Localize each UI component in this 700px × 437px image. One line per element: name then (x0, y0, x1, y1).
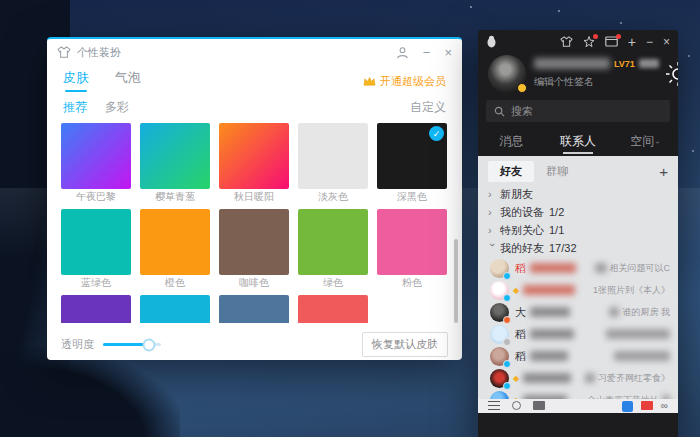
swatch-label: 午夜巴黎 (61, 189, 131, 205)
skin-swatch-selected[interactable]: ✓ 深黑色 (377, 123, 447, 209)
contact-list-panel: 好友 群聊 + › 新朋友 › 我的设备1/2 › 特别关心1/1 › 我的好友… (478, 156, 678, 413)
edit-signature[interactable]: 编辑个性签名 (534, 75, 659, 89)
qq-profile-area[interactable]: LV71 编辑个性签名 (478, 50, 678, 97)
subtab-friends[interactable]: 好友 (488, 161, 534, 182)
notification-dot (593, 34, 598, 39)
skin-swatch[interactable]: 粉色 (377, 209, 447, 295)
folder-icon[interactable] (533, 401, 545, 410)
skin-swatch[interactable]: 秋日暖阳 (219, 123, 289, 209)
weiyun-app-icon[interactable] (641, 401, 653, 410)
name-redacted (523, 285, 575, 295)
infinity-app-icon[interactable]: ∞ (661, 401, 668, 411)
dialog-titlebar[interactable]: 个性装扮 − × (47, 39, 462, 63)
tab-bubble[interactable]: 气泡 (115, 69, 141, 95)
contact-signature: 习爱齐网红零食》 (585, 372, 670, 385)
personalization-dialog: 个性装扮 − × 皮肤 气泡 开通超级会员 推荐 多彩 (47, 37, 462, 360)
close-button[interactable]: × (663, 35, 670, 49)
activity-icon[interactable] (583, 36, 595, 48)
svip-badge (517, 83, 527, 93)
contact-row[interactable]: 稻 (478, 323, 678, 345)
name-redacted (530, 307, 570, 317)
opacity-slider[interactable] (103, 343, 161, 346)
search-input[interactable]: 搜索 (486, 100, 670, 122)
qq-titlebar[interactable]: + − × (478, 30, 678, 50)
status-dot (503, 294, 511, 302)
group-special-care[interactable]: › 特别关心1/1 (478, 221, 678, 239)
group-my-friends[interactable]: › 我的好友17/32 (478, 239, 678, 257)
slider-handle[interactable] (143, 338, 156, 351)
name-redacted (530, 329, 574, 339)
contact-row[interactable]: 稻 (478, 345, 678, 367)
add-friend-button[interactable]: + (659, 164, 668, 179)
chevron-right-icon: › (488, 224, 500, 236)
skin-swatch[interactable] (61, 295, 131, 323)
contact-name: 稻 (515, 349, 526, 364)
user-avatar[interactable] (488, 55, 526, 93)
name-redacted (530, 351, 568, 361)
search-icon (494, 106, 505, 117)
contact-row[interactable]: ◆ 习爱齐网红零食》 (478, 367, 678, 389)
scrollbar[interactable] (454, 239, 458, 323)
star (470, 6, 472, 8)
contact-row[interactable]: 大 谁的厨房 我 (478, 301, 678, 323)
qq-bottom-toolbar: ∞ (478, 399, 678, 413)
name-redacted (530, 263, 576, 273)
subtab-recommend[interactable]: 推荐 (63, 99, 87, 116)
group-new-friends[interactable]: › 新朋友 (478, 185, 678, 203)
dressup-icon[interactable] (560, 36, 573, 47)
skin-swatch[interactable]: 蓝绿色 (61, 209, 131, 295)
crown-icon (363, 76, 376, 87)
restore-default-skin-button[interactable]: 恢复默认皮肤 (362, 332, 448, 357)
avatar (490, 259, 509, 278)
minimize-button[interactable]: − (423, 45, 431, 60)
skin-swatch[interactable] (219, 295, 289, 323)
close-button[interactable]: × (444, 45, 452, 60)
docs-app-icon[interactable] (622, 401, 633, 412)
selected-check-icon: ✓ (429, 126, 444, 141)
avatar (490, 281, 509, 300)
tab-qzone[interactable]: 空间› (611, 129, 678, 156)
svip-diamond-icon: ◆ (513, 374, 519, 383)
skin-swatch[interactable]: 淡灰色 (298, 123, 368, 209)
contact-row[interactable]: ◆ 1张照片到《本人》 (478, 279, 678, 301)
account-icon[interactable] (396, 46, 409, 59)
subtab-colorful[interactable]: 多彩 (105, 99, 129, 116)
desktop-background: 个性装扮 − × 皮肤 气泡 开通超级会员 推荐 多彩 (0, 0, 700, 437)
medal-redacted (639, 59, 659, 68)
subtab-groupchats[interactable]: 群聊 (546, 164, 568, 179)
open-svip-label: 开通超级会员 (380, 74, 446, 89)
skin-swatch[interactable]: 橙色 (140, 209, 210, 295)
skin-swatch[interactable]: 绿色 (298, 209, 368, 295)
add-window-button[interactable]: + (628, 34, 636, 50)
skin-swatch[interactable]: 樱草青葱 (140, 123, 210, 209)
tab-messages[interactable]: 消息 (478, 129, 545, 156)
minimize-button[interactable]: − (646, 35, 653, 49)
avatar (490, 347, 509, 366)
main-menu-icon[interactable] (488, 401, 500, 410)
tab-skin[interactable]: 皮肤 (63, 69, 89, 95)
weather-widget[interactable] (663, 55, 678, 93)
swatch-label: 咖啡色 (219, 275, 289, 291)
swatch-label: 樱草青葱 (140, 189, 210, 205)
skin-swatch[interactable]: 午夜巴黎 (61, 123, 131, 209)
tab-contacts[interactable]: 联系人 (545, 129, 612, 156)
customize-link[interactable]: 自定义 (410, 99, 446, 116)
qq-main-panel: + − × LV71 编辑个性签名 (478, 30, 678, 437)
status-dot (503, 316, 511, 324)
avatar (490, 325, 509, 344)
skin-swatch[interactable] (298, 295, 368, 323)
swatch-label: 绿色 (298, 275, 368, 291)
star (692, 150, 694, 152)
skin-swatch-grid: 午夜巴黎 樱草青葱 秋日暖阳 淡灰色 ✓ (47, 119, 462, 323)
mail-icon[interactable] (605, 36, 618, 47)
skin-swatch[interactable]: 咖啡色 (219, 209, 289, 295)
contact-signature (614, 351, 670, 361)
status-icon[interactable] (512, 401, 521, 410)
open-svip-link[interactable]: 开通超级会员 (363, 74, 446, 95)
skin-swatch[interactable] (140, 295, 210, 323)
group-my-devices[interactable]: › 我的设备1/2 (478, 203, 678, 221)
contact-subtabs: 好友 群聊 + (478, 156, 678, 185)
contact-row[interactable]: 稻 相关问题可以C (478, 257, 678, 279)
cliff-silhouette-bottom (0, 347, 180, 437)
dialog-title: 个性装扮 (77, 45, 121, 60)
